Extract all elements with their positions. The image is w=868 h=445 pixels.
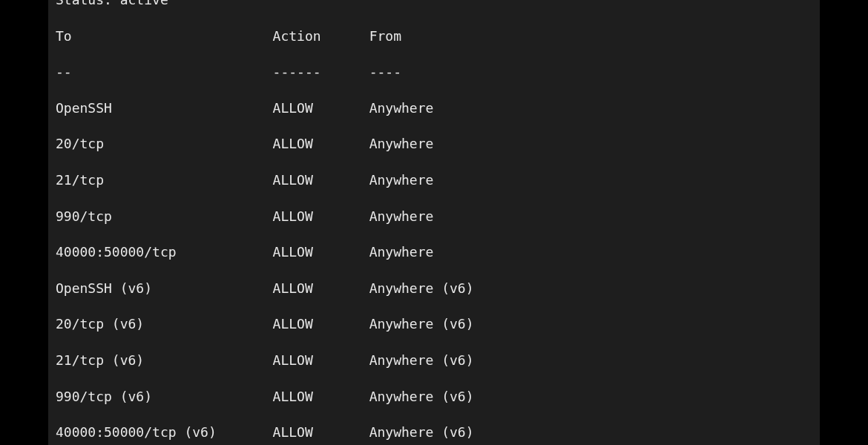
rule-to: 40000:50000/tcp bbox=[56, 244, 273, 260]
rule-row: 21/tcp (v6) ALLOW Anywhere (v6) bbox=[56, 352, 812, 369]
rule-row: 990/tcp ALLOW Anywhere bbox=[56, 208, 812, 225]
rule-row: 40000:50000/tcp (v6) ALLOW Anywhere (v6) bbox=[56, 423, 812, 441]
rule-action: ALLOW bbox=[273, 424, 369, 440]
rule-from: Anywhere (v6) bbox=[369, 389, 474, 404]
rule-to: 21/tcp (v6) bbox=[56, 352, 273, 368]
rule-from: Anywhere bbox=[369, 208, 434, 224]
rule-from: Anywhere bbox=[369, 100, 434, 116]
rule-row: OpenSSH ALLOW Anywhere bbox=[56, 99, 812, 117]
rule-row: OpenSSH (v6) ALLOW Anywhere (v6) bbox=[56, 280, 812, 297]
terminal-body[interactable]: team@itsfoss-lhb:~$ sudo ufw statusStatu… bbox=[48, 0, 820, 445]
divider-action: ------ bbox=[273, 64, 369, 79]
rule-from: Anywhere bbox=[369, 244, 434, 260]
rule-from: Anywhere (v6) bbox=[369, 280, 474, 296]
rule-to: 20/tcp (v6) bbox=[56, 316, 273, 332]
rule-row: 990/tcp (v6) ALLOW Anywhere (v6) bbox=[56, 388, 812, 406]
rule-row: 20/tcp (v6) ALLOW Anywhere (v6) bbox=[56, 315, 812, 333]
terminal-window: team@itsfoss-lhb: ~ team@itsfoss-lhb:~$ … bbox=[48, 0, 820, 445]
table-divider: -- ------ ---- bbox=[56, 63, 812, 81]
header-to: To bbox=[56, 28, 273, 44]
rule-to: 990/tcp bbox=[56, 208, 273, 224]
rule-from: Anywhere (v6) bbox=[369, 352, 474, 368]
rule-to: 20/tcp bbox=[56, 136, 273, 151]
rule-from: Anywhere bbox=[369, 136, 434, 151]
rule-to: OpenSSH bbox=[56, 100, 273, 116]
rule-action: ALLOW bbox=[273, 100, 369, 116]
rule-action: ALLOW bbox=[273, 280, 369, 296]
rule-action: ALLOW bbox=[273, 316, 369, 332]
rule-to: 21/tcp bbox=[56, 172, 273, 188]
rule-action: ALLOW bbox=[273, 389, 369, 404]
rule-from: Anywhere bbox=[369, 172, 434, 188]
rule-action: ALLOW bbox=[273, 136, 369, 151]
rule-to: 990/tcp (v6) bbox=[56, 389, 273, 404]
rule-action: ALLOW bbox=[273, 244, 369, 260]
rule-to: OpenSSH (v6) bbox=[56, 280, 273, 296]
header-from: From bbox=[369, 28, 401, 44]
rule-row: 21/tcp ALLOW Anywhere bbox=[56, 171, 812, 189]
divider-from: ---- bbox=[369, 64, 401, 79]
rule-from: Anywhere (v6) bbox=[369, 316, 474, 332]
table-header: To Action From bbox=[56, 27, 812, 45]
rule-action: ALLOW bbox=[273, 172, 369, 188]
rule-action: ALLOW bbox=[273, 208, 369, 224]
status-line: Status: active bbox=[56, 0, 812, 9]
rule-row: 40000:50000/tcp ALLOW Anywhere bbox=[56, 243, 812, 261]
rule-to: 40000:50000/tcp (v6) bbox=[56, 424, 273, 440]
divider-to: -- bbox=[56, 64, 273, 79]
header-action: Action bbox=[273, 28, 369, 44]
rule-action: ALLOW bbox=[273, 352, 369, 368]
rule-from: Anywhere (v6) bbox=[369, 424, 474, 440]
rule-row: 20/tcp ALLOW Anywhere bbox=[56, 135, 812, 153]
